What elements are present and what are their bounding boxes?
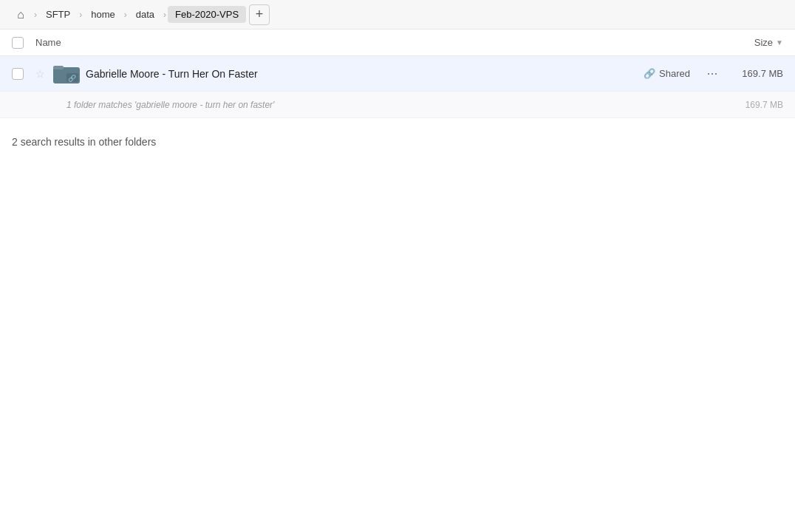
file-row[interactable]: ☆ 🔗 Gabrielle Moore - Turn Her On Faster… (0, 56, 795, 92)
shared-link-icon: 🔗 (644, 68, 655, 79)
file-size: 169.7 MB (731, 68, 783, 79)
row-checkbox-col (12, 68, 35, 80)
breadcrumb-item-vps[interactable]: Feb-2020-VPS (168, 6, 246, 23)
breadcrumb-sep-4: › (162, 10, 168, 20)
header-name-col: Name (35, 37, 754, 48)
more-options-button[interactable]: ··· (702, 64, 723, 84)
sort-icon: ▼ (776, 38, 783, 47)
shared-label: Shared (659, 68, 690, 79)
breadcrumb-label-vps: Feb-2020-VPS (175, 9, 239, 20)
file-name[interactable]: Gabrielle Moore - Turn Her On Faster (86, 68, 644, 80)
breadcrumb-bar: ⌂ › SFTP › home › data › Feb-2020-VPS + (0, 0, 795, 30)
star-button[interactable]: ☆ (35, 68, 53, 80)
folder-icon: 🔗 (53, 61, 80, 87)
header-name-label: Name (35, 37, 61, 48)
add-tab-button[interactable]: + (249, 4, 270, 25)
other-folders-section: 2 search results in other folders (0, 118, 795, 157)
other-folders-label: 2 search results in other folders (12, 136, 783, 148)
header-size-label: Size (754, 37, 773, 48)
breadcrumb-label-home: home (91, 9, 115, 20)
svg-rect-1 (53, 66, 64, 69)
match-row: 1 folder matches 'gabrielle moore - turn… (0, 92, 795, 118)
star-icon: ☆ (35, 68, 45, 80)
table-header: Name Size ▼ (0, 30, 795, 56)
breadcrumb-item-sftp[interactable]: SFTP (38, 6, 78, 23)
add-tab-icon: + (256, 7, 264, 22)
row-checkbox[interactable] (12, 68, 24, 80)
breadcrumb-sep-1: › (33, 10, 38, 20)
select-all-checkbox[interactable] (12, 37, 24, 49)
more-icon: ··· (706, 66, 717, 81)
header-checkbox-col (12, 37, 35, 49)
breadcrumb-label-data: data (136, 9, 154, 20)
breadcrumb-label-sftp: SFTP (46, 9, 70, 20)
home-button[interactable]: ⌂ (9, 3, 33, 27)
breadcrumb-item-data[interactable]: data (129, 6, 162, 23)
breadcrumb-item-home[interactable]: home (83, 6, 123, 23)
match-text: 1 folder matches 'gabrielle moore - turn… (66, 100, 731, 110)
home-icon: ⌂ (17, 8, 24, 21)
breadcrumb-sep-2: › (78, 10, 83, 20)
breadcrumb-sep-3: › (123, 10, 129, 20)
svg-text:🔗: 🔗 (68, 74, 77, 83)
shared-badge: 🔗 Shared (644, 68, 690, 79)
header-size-col[interactable]: Size ▼ (754, 37, 783, 48)
match-size: 169.7 MB (731, 100, 783, 110)
folder-svg: 🔗 (53, 63, 80, 85)
